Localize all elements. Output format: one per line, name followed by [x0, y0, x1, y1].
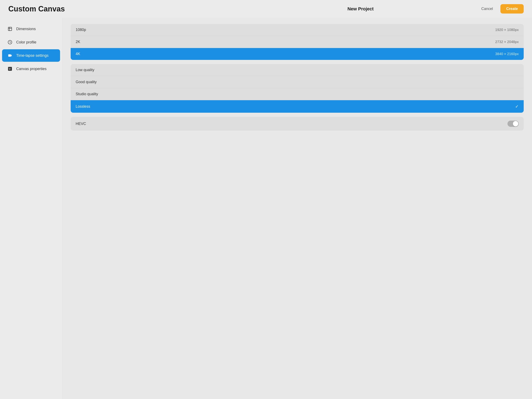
hevc-label: HEVC — [76, 122, 86, 126]
quality-label: Low quality — [76, 68, 94, 72]
dimensions-icon — [7, 26, 13, 32]
project-title: New Project — [243, 6, 478, 12]
content-area: 1080p1920 × 1080px2K2732 × 2048px4K3840 … — [62, 18, 532, 399]
sidebar-item-label: Time-lapse settings — [16, 53, 48, 58]
page-title: Custom Canvas — [8, 5, 243, 13]
toggle-knob — [513, 121, 518, 126]
hevc-toggle[interactable] — [507, 121, 519, 127]
main-layout: DimensionsColor profileTime-lapse settin… — [0, 18, 532, 399]
sidebar-item-timelapse[interactable]: Time-lapse settings — [2, 49, 60, 62]
quality-option[interactable]: Low quality — [71, 64, 524, 76]
cancel-button[interactable]: Cancel — [478, 5, 496, 13]
resolution-dimension: 1920 × 1080px — [495, 28, 519, 32]
sidebar: DimensionsColor profileTime-lapse settin… — [0, 18, 62, 399]
quality-option[interactable]: Lossless✓ — [71, 100, 524, 113]
resolution-label: 4K — [76, 52, 80, 56]
sidebar-item-dimensions[interactable]: Dimensions — [2, 23, 60, 35]
resolution-label: 1080p — [76, 28, 86, 32]
resolution-dimension: 3840 × 2160px — [495, 52, 519, 56]
quality-option[interactable]: Studio quality — [71, 88, 524, 100]
quality-label: Lossless — [76, 104, 90, 109]
sidebar-item-canvas-properties[interactable]: UCanvas properties — [2, 63, 60, 75]
resolution-option[interactable]: 4K3840 × 2160px — [71, 48, 524, 60]
color-profile-icon — [7, 39, 13, 45]
create-button[interactable]: Create — [500, 4, 524, 13]
timelapse-icon — [7, 53, 13, 58]
header-actions: Cancel Create — [478, 4, 524, 13]
sidebar-item-label: Color profile — [16, 40, 36, 45]
header: Custom Canvas New Project Cancel Create — [0, 0, 532, 18]
checkmark-icon: ✓ — [515, 104, 519, 109]
resolution-label: 2K — [76, 40, 80, 44]
svg-text:U: U — [9, 68, 10, 70]
svg-rect-0 — [8, 27, 12, 31]
sidebar-item-label: Dimensions — [16, 27, 36, 31]
quality-label: Studio quality — [76, 92, 98, 96]
quality-option[interactable]: Good quality — [71, 76, 524, 88]
quality-label: Good quality — [76, 80, 97, 84]
resolution-option[interactable]: 1080p1920 × 1080px — [71, 24, 524, 36]
resolution-option[interactable]: 2K2732 × 2048px — [71, 36, 524, 48]
sidebar-item-label: Canvas properties — [16, 67, 47, 71]
canvas-properties-icon: U — [7, 66, 13, 72]
sidebar-item-color-profile[interactable]: Color profile — [2, 36, 60, 48]
resolution-group: 1080p1920 × 1080px2K2732 × 2048px4K3840 … — [71, 24, 524, 60]
quality-group: Low qualityGood qualityStudio qualityLos… — [71, 64, 524, 113]
hevc-toggle-container: HEVC — [71, 117, 524, 131]
resolution-dimension: 2732 × 2048px — [495, 40, 519, 44]
